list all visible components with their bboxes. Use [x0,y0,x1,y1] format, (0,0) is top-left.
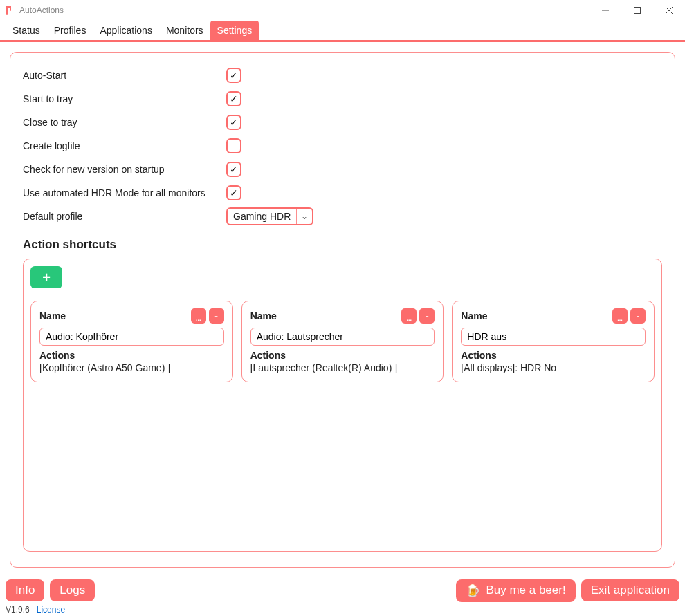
version-text: V1.9.6 [6,605,30,615]
edit-shortcut-button[interactable]: ... [401,308,417,324]
buy-beer-button[interactable]: 🍺 Buy me a beer! [456,579,575,602]
setting-label: Start to tray [23,93,226,104]
license-link[interactable]: License [37,605,65,615]
shortcut-cards: Name ... - Actions [Kopfhörer (Astro A50… [30,301,655,382]
create-logfile-checkbox[interactable] [226,138,241,153]
buy-beer-label: Buy me a beer! [486,584,565,597]
info-button[interactable]: Info [6,579,44,601]
tab-status[interactable]: Status [6,21,47,40]
shortcut-card: Name ... - Actions [All displays]: HDR N… [452,301,655,382]
tab-settings[interactable]: Settings [210,21,259,40]
setting-auto-hdr: Use automated HDR Mode for all monitors … [23,181,662,205]
setting-check-version: Check for new version on startup ✓ [23,158,662,181]
card-actions-label: Actions [461,350,646,361]
card-name-label: Name [250,310,399,321]
setting-default-profile: Default profile Gaming HDR ⌄ [23,205,662,228]
action-shortcuts-header: Action shortcuts [23,238,662,252]
delete-shortcut-button[interactable]: - [209,308,224,324]
edit-shortcut-button[interactable]: ... [191,308,206,324]
shortcuts-panel: + Name ... - Actions [Kopfhörer (Astro A… [23,259,662,552]
add-shortcut-button[interactable]: + [30,266,62,288]
maximize-button[interactable] [621,0,653,21]
svg-rect-1 [634,8,641,14]
shortcut-card: Name ... - Actions [Lautsprecher (Realte… [241,301,444,382]
setting-close-to-tray: Close to tray ✓ [23,111,662,134]
card-actions-label: Actions [39,350,224,361]
edit-shortcut-button[interactable]: ... [612,308,628,324]
card-actions-label: Actions [250,350,435,361]
select-value: Gaming HDR [228,209,297,224]
setting-start-to-tray: Start to tray ✓ [23,87,662,111]
tab-applications[interactable]: Applications [93,21,159,40]
setting-label: Auto-Start [23,70,226,81]
card-actions-value: [All displays]: HDR No [461,362,646,373]
auto-start-checkbox[interactable]: ✓ [226,68,241,83]
close-button[interactable] [653,0,685,21]
window-title: AutoActions [19,6,64,15]
card-actions-value: [Lautsprecher (Realtek(R) Audio) ] [250,362,435,373]
shortcut-name-input[interactable] [461,328,646,346]
shortcut-name-input[interactable] [39,328,224,346]
exit-button[interactable]: Exit application [581,579,679,601]
auto-hdr-checkbox[interactable]: ✓ [226,185,241,200]
status-bar: V1.9.6 License [0,604,685,616]
shortcut-name-input[interactable] [250,328,435,346]
default-profile-select[interactable]: Gaming HDR ⌄ [226,207,313,225]
setting-auto-start: Auto-Start ✓ [23,64,662,87]
setting-label: Use automated HDR Mode for all monitors [23,187,226,198]
app-icon [6,6,15,15]
card-name-label: Name [461,310,610,321]
delete-shortcut-button[interactable]: - [630,308,646,324]
card-actions-value: [Kopfhörer (Astro A50 Game) ] [39,362,224,373]
setting-label: Create logfile [23,140,226,151]
settings-panel: Auto-Start ✓ Start to tray ✓ Close to tr… [10,52,675,568]
tab-profiles[interactable]: Profiles [47,21,93,40]
start-to-tray-checkbox[interactable]: ✓ [226,91,241,106]
chevron-down-icon: ⌄ [297,212,312,221]
tab-monitors[interactable]: Monitors [159,21,210,40]
shortcut-card: Name ... - Actions [Kopfhörer (Astro A50… [30,301,233,382]
content-area: Auto-Start ✓ Start to tray ✓ Close to tr… [0,42,685,577]
setting-label: Check for new version on startup [23,164,226,175]
check-version-checkbox[interactable]: ✓ [226,162,241,177]
footer-bar: Info Logs 🍺 Buy me a beer! Exit applicat… [0,577,685,604]
setting-label: Close to tray [23,117,226,128]
card-name-label: Name [39,310,188,321]
setting-label: Default profile [23,211,226,222]
setting-create-logfile: Create logfile [23,134,662,158]
close-to-tray-checkbox[interactable]: ✓ [226,115,241,130]
titlebar: AutoActions [0,0,685,21]
main-tabs: Status Profiles Applications Monitors Se… [0,21,685,42]
beer-icon: 🍺 [466,584,480,598]
minimize-button[interactable] [590,0,621,21]
delete-shortcut-button[interactable]: - [419,308,435,324]
logs-button[interactable]: Logs [50,579,95,601]
